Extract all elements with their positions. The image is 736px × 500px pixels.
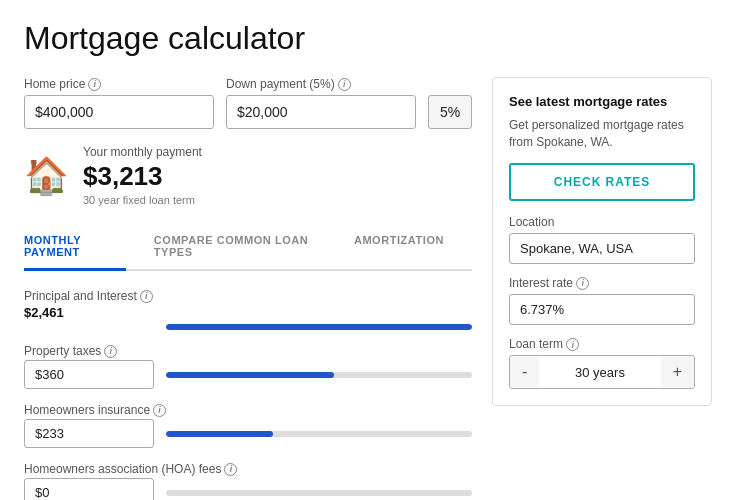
hoa-section: Homeowners association (HOA) fees i (24, 462, 472, 500)
hoa-input[interactable] (24, 478, 154, 500)
loan-term-value: 30 years (539, 358, 660, 387)
payment-info: Your monthly payment $3,213 30 year fixe… (83, 145, 202, 206)
property-tax-label: Property taxes i (24, 344, 472, 358)
property-tax-section: Property taxes i (24, 344, 472, 389)
right-panel: See latest mortgage rates Get personaliz… (492, 77, 712, 406)
tab-monthly-payment[interactable]: MONTHLY PAYMENT (24, 224, 126, 271)
homeowners-insurance-label: Homeowners insurance i (24, 403, 472, 417)
interest-rate-input[interactable] (509, 294, 695, 325)
loan-term-row: - 30 years + (509, 355, 695, 389)
homeowners-insurance-bar-row (24, 419, 472, 448)
principal-info-icon[interactable]: i (140, 290, 153, 303)
principal-bar-fill (166, 324, 472, 330)
tabs-bar: MONTHLY PAYMENT COMPARE COMMON LOAN TYPE… (24, 224, 472, 271)
main-layout: Home price i Down payment (5%) i 5% 🏠 Yo… (24, 77, 712, 500)
homeowners-insurance-input[interactable] (24, 419, 154, 448)
hoa-bar-container (166, 490, 472, 496)
property-tax-bar-row (24, 360, 472, 389)
left-panel: Home price i Down payment (5%) i 5% 🏠 Yo… (24, 77, 492, 500)
principal-amount: $2,461 (24, 305, 472, 320)
payment-amount: $3,213 (83, 161, 202, 192)
property-tax-bar-container (166, 372, 472, 378)
loan-term-plus-button[interactable]: + (661, 356, 694, 388)
down-payment-group: Down payment (5%) i (226, 77, 416, 129)
hoa-label: Homeowners association (HOA) fees i (24, 462, 472, 476)
homeowners-insurance-section: Homeowners insurance i (24, 403, 472, 448)
hoa-bar-row (24, 478, 472, 500)
right-panel-description: Get personalized mortgage rates from Spo… (509, 117, 695, 151)
down-payment-input[interactable] (226, 95, 416, 129)
property-tax-bar-fill (166, 372, 334, 378)
home-price-label: Home price i (24, 77, 214, 91)
inputs-row: Home price i Down payment (5%) i 5% (24, 77, 472, 129)
principal-label: Principal and Interest i (24, 289, 472, 303)
down-payment-info-icon[interactable]: i (338, 78, 351, 91)
loan-term-label: Loan term i (509, 337, 695, 351)
payment-summary: 🏠 Your monthly payment $3,213 30 year fi… (24, 145, 472, 206)
home-price-input[interactable] (24, 95, 214, 129)
down-payment-label: Down payment (5%) i (226, 77, 416, 91)
payment-term: 30 year fixed loan term (83, 194, 202, 206)
interest-rate-info-icon[interactable]: i (576, 277, 589, 290)
tab-amortization[interactable]: AMORTIZATION (354, 224, 444, 271)
principal-bar-container (166, 324, 472, 330)
homeowners-insurance-info-icon[interactable]: i (153, 404, 166, 417)
right-panel-title: See latest mortgage rates (509, 94, 695, 109)
interest-rate-label: Interest rate i (509, 276, 695, 290)
property-tax-input[interactable] (24, 360, 154, 389)
down-payment-pct-display: 5% (428, 95, 472, 129)
location-label: Location (509, 215, 695, 229)
hoa-info-icon[interactable]: i (224, 463, 237, 476)
page-title: Mortgage calculator (24, 20, 712, 57)
property-tax-info-icon[interactable]: i (104, 345, 117, 358)
location-input[interactable] (509, 233, 695, 264)
loan-term-minus-button[interactable]: - (510, 356, 539, 388)
loan-term-info-icon[interactable]: i (566, 338, 579, 351)
check-rates-button[interactable]: CHECK RATES (509, 163, 695, 201)
principal-section: Principal and Interest i $2,461 (24, 289, 472, 330)
homeowners-insurance-bar-fill (166, 431, 273, 437)
house-icon: 🏠 (24, 158, 69, 194)
home-price-info-icon[interactable]: i (88, 78, 101, 91)
tab-compare-loans[interactable]: COMPARE COMMON LOAN TYPES (154, 224, 326, 271)
principal-bar-row (24, 324, 472, 330)
payment-label: Your monthly payment (83, 145, 202, 159)
homeowners-insurance-bar-container (166, 431, 472, 437)
home-price-group: Home price i (24, 77, 214, 129)
